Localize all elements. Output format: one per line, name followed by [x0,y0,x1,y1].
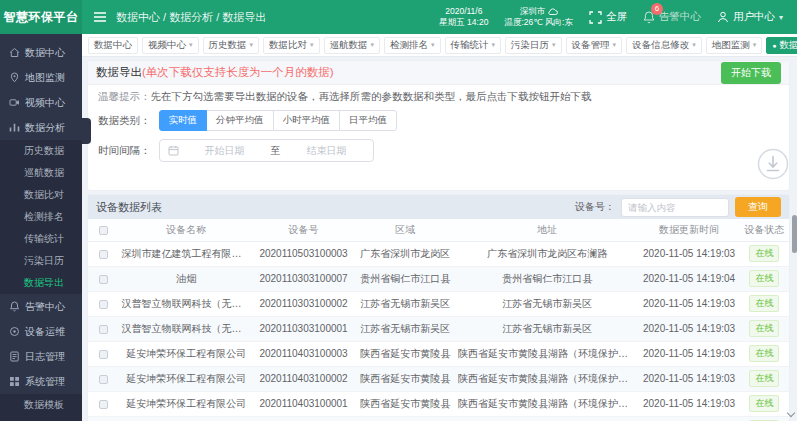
sidebar-item-data-compare[interactable]: 数据比对 [0,184,82,206]
tab-bar: 数据中心 视频中心▾ 历史数据▾ 数据比对▾ 巡航数据▾ 检测排名▾ 传输统计▾… [82,34,797,57]
page-title: 数据导出(单次下载仅支持长度为一个月的数据) [96,65,334,80]
col-device-no: 设备号 [253,219,355,241]
status-badge: 在线 [749,345,779,362]
alarm-badge: 6 [651,3,663,15]
row-checkbox[interactable] [99,350,108,359]
sidebar-item-log-management[interactable]: 日志管理 [0,344,82,369]
chevron-down-icon: ▾ [431,41,435,49]
category-day-avg-button[interactable]: 日平均值 [339,110,397,131]
table-row: 延安坤荣环保工程有限公司 2020110403100001 陕西省延安市黄陵县 … [88,391,789,416]
tab-map-monitor[interactable]: 地图监测▾ [706,37,763,54]
category-button-group: 实时值 分钟平均值 小时平均值 日平均值 [159,110,398,131]
start-download-button[interactable]: 开始下载 [721,62,781,84]
weather-icon [548,8,558,15]
col-region: 区域 [354,219,456,241]
chevron-down-icon: ▾ [189,41,193,49]
col-address: 地址 [456,219,638,241]
col-status: 设备状态 [740,219,789,241]
bar-chart-icon [9,122,20,133]
sidebar-item-system-management[interactable]: 系统管理 [0,369,82,394]
device-search: 设备号： 查询 [575,197,781,217]
date-range-picker[interactable]: 开始日期 至 结束日期 [159,139,374,162]
chevron-down-icon: ▾ [779,13,783,22]
weather-text: 温度:26℃ 风向:东 [504,17,573,28]
tab-cruise-data[interactable]: 巡航数据▾ [324,37,381,54]
tips-row: 温馨提示：先在下方勾选需要导出数据的设备，再选择所需的参数数据和类型，最后点击下… [88,85,789,106]
tab-device-management[interactable]: 设备管理▾ [566,37,623,54]
tab-transfer-stats[interactable]: 传输统计▾ [445,37,502,54]
sidebar-item-video-center[interactable]: 视频中心 [0,90,82,115]
select-all-checkbox[interactable] [99,226,108,235]
header-right: 2020/11/6 星期五 14:20 深圳市 温度:26℃ 风向:东 全屏 6… [439,6,797,29]
tips-text: 先在下方勾选需要导出数据的设备，再选择所需的参数数据和类型，最后点击下载按钮开始… [151,90,592,102]
row-checkbox[interactable] [99,325,108,334]
tab-data-export[interactable]: ●数据导出▾ [766,37,797,54]
sidebar-item-user-management[interactable]: 用户管理 [0,416,82,421]
sidebar-collapse-handle[interactable] [82,118,91,144]
tab-pollution-calendar[interactable]: 污染日历▾ [505,37,562,54]
calendar-icon [168,145,179,156]
search-button[interactable]: 查询 [735,197,781,217]
chevron-down-icon: ▾ [613,41,617,49]
category-row: 数据类别： 实时值 分钟平均值 小时平均值 日平均值 [88,106,789,135]
sidebar-item-data-analysis[interactable]: 数据分析 [0,115,82,140]
export-panel: 数据导出(单次下载仅支持长度为一个月的数据) 开始下载 温馨提示：先在下方勾选需… [88,61,789,190]
sidebar-item-data-template[interactable]: 数据模板 [0,394,82,416]
breadcrumb: 数据中心 / 数据分析 / 数据导出 [116,10,266,25]
chevron-down-icon: ▾ [692,41,696,49]
category-realtime-button[interactable]: 实时值 [159,110,208,131]
tab-detect-ranking[interactable]: 检测排名▾ [384,37,441,54]
log-icon [9,351,20,362]
time-range-row: 时间间隔： 开始日期 至 结束日期 [88,135,789,166]
app-logo: 智慧环保平台 [0,0,82,34]
hamburger-icon[interactable] [94,12,106,22]
chevron-down-icon: ▾ [310,41,314,49]
category-hour-avg-button[interactable]: 小时平均值 [273,110,341,131]
sidebar-item-alarm-center[interactable]: 告警中心 [0,294,82,319]
row-checkbox[interactable] [99,300,108,309]
main-content: 数据导出(单次下载仅支持长度为一个月的数据) 开始下载 温馨提示：先在下方勾选需… [82,57,797,421]
sidebar-item-cruise-data[interactable]: 巡航数据 [0,162,82,184]
fullscreen-label: 全屏 [606,10,627,24]
table-row: 油烟 2020110303100007 贵州省铜仁市江口县 贵州省铜仁市江口县 … [88,266,789,291]
fullscreen-button[interactable]: 全屏 [589,10,627,24]
vertical-scrollbar[interactable] [792,215,797,253]
tab-data-compare[interactable]: 数据比对▾ [263,37,320,54]
device-list-panel: 设备数据列表 设备号： 查询 设备名称 设备号 区域 地址 数据更新时间 设备状… [88,195,789,421]
alarm-center-button[interactable]: 6 告警中心 [643,10,701,24]
sidebar-item-data-export[interactable]: 数据导出 [0,272,82,294]
cloud-download-icon[interactable] [757,148,789,180]
weekday-time-text: 星期五 14:20 [439,17,488,28]
sidebar-item-data-center[interactable]: 数据中心 [0,40,82,65]
sidebar-item-pollution-calendar[interactable]: 污染日历 [0,250,82,272]
row-checkbox[interactable] [99,275,108,284]
sidebar-item-history-data[interactable]: 历史数据 [0,140,82,162]
row-checkbox[interactable] [99,250,108,259]
user-icon [717,11,729,23]
status-badge: 在线 [749,370,779,387]
category-minute-avg-button[interactable]: 分钟平均值 [206,110,274,131]
user-center-button[interactable]: 用户中心 ▾ [717,10,783,24]
tab-device-info-edit[interactable]: 设备信息修改▾ [626,37,702,54]
category-label: 数据类别： [98,114,151,128]
export-panel-spacer [88,166,789,190]
city-text: 深圳市 [520,6,546,16]
grid-icon [9,376,20,387]
device-no-input[interactable] [621,198,729,217]
sidebar-item-transfer-stats[interactable]: 传输统计 [0,228,82,250]
active-tab-dot: ● [772,42,776,49]
row-checkbox[interactable] [99,400,108,409]
table-row: 东莞 餐饮 2020102603100030 广东省东莞市东莞市 广东省东莞市东… [88,416,789,421]
tab-video-center[interactable]: 视频中心▾ [142,37,199,54]
weather-display: 深圳市 温度:26℃ 风向:东 [504,6,573,29]
sidebar-item-map-monitor[interactable]: 地图监测 [0,65,82,90]
export-panel-titlebar: 数据导出(单次下载仅支持长度为一个月的数据) 开始下载 [88,61,789,85]
row-checkbox[interactable] [99,375,108,384]
sidebar-item-device-ops[interactable]: 设备运维 [0,319,82,344]
col-device-name: 设备名称 [120,219,253,241]
sidebar: 数据中心 地图监测 视频中心 数据分析 历史数据 巡航数据 数据比对 检测排名 … [0,34,82,421]
sidebar-item-detect-ranking[interactable]: 检测排名 [0,206,82,228]
tab-history-data[interactable]: 历史数据▾ [203,37,260,54]
scroll-down-icon[interactable] [787,409,795,417]
tab-data-center[interactable]: 数据中心 [88,37,138,54]
